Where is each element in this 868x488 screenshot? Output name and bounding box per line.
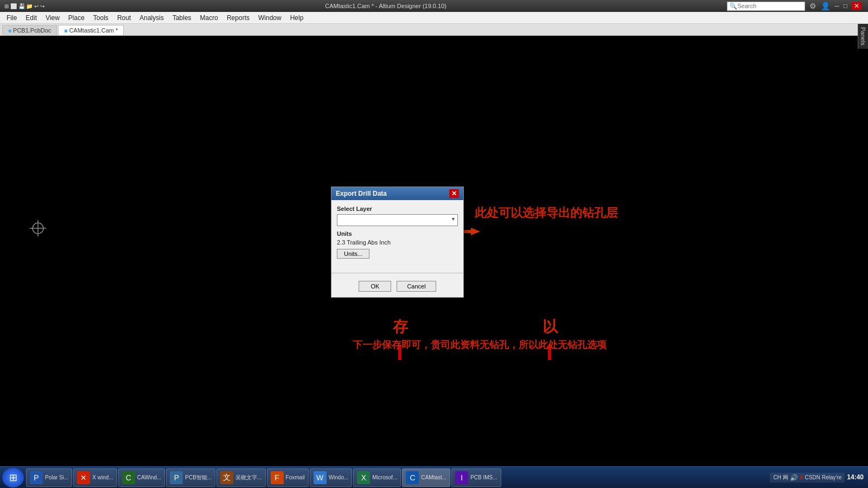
ms-icon: X — [357, 471, 370, 484]
tray-net: 网 — [783, 474, 788, 481]
x-icon: ✕ — [77, 471, 90, 484]
dialog-divider — [331, 273, 463, 273]
title-bar: ⊞ ⬜ 💾 📁 ↩ ↪ CAMtastic1.Cam * - Altium De… — [0, 0, 868, 12]
start-button[interactable]: ⊞ — [2, 468, 24, 487]
taskbar-item-ims[interactable]: I PCB IMS... — [451, 468, 501, 487]
search-icon: 🔍 — [730, 3, 737, 10]
cn-annotation-middle-right: 以 — [542, 317, 558, 337]
polar-icon: P — [30, 471, 43, 484]
crosshair-symbol — [30, 220, 46, 236]
user-icon[interactable]: 👤 — [821, 2, 830, 10]
window-title: CAMtastic1.Cam * - Altium Designer (19.0… — [44, 3, 727, 9]
cn-annotation-bottom: 下一步保存即可，贵司此资料无钻孔，所以此处无钻孔选项 — [353, 338, 607, 351]
dialog-title-bar[interactable]: Export Drill Data ✕ — [331, 187, 463, 200]
units-value: 2.3 Trailing Abs Inch — [337, 239, 458, 246]
maximize-button[interactable]: □ — [844, 2, 847, 10]
taskbar-item-camtast[interactable]: C CAMtast... — [402, 468, 450, 487]
canvas-area: 此处可以选择导出的钻孔层 存 以 下一步保存即可，贵司此资料无钻孔，所以此处无钻… — [0, 36, 868, 466]
wen-icon: 文 — [220, 471, 233, 484]
taskbar-item-polar[interactable]: P Polar Si... — [26, 468, 72, 487]
ok-button[interactable]: OK — [359, 281, 391, 292]
menu-help[interactable]: Help — [286, 13, 308, 23]
taskbar: ⊞ P Polar Si... ✕ X wind... C CAWind... … — [0, 466, 868, 488]
menu-tables[interactable]: Tables — [168, 13, 196, 23]
menu-tools[interactable]: Tools — [89, 13, 113, 23]
taskbar-item-cawind[interactable]: C CAWind... — [118, 468, 165, 487]
layer-select[interactable] — [337, 214, 458, 226]
taskbar-item-wen[interactable]: 文 吴晓文字... — [216, 468, 265, 487]
taskbar-right: CH 网 🔊 X CSDN Relay're 14:40 — [770, 473, 866, 483]
clock-time: 14:40 — [847, 473, 864, 482]
taskbar-item-foxmail[interactable]: F Foxmail — [267, 468, 309, 487]
win-icon: W — [314, 471, 327, 484]
cancel-button[interactable]: Cancel — [397, 281, 436, 292]
panels-label[interactable]: Panels — [858, 24, 868, 49]
menu-edit[interactable]: Edit — [21, 13, 41, 23]
menu-view[interactable]: View — [41, 13, 64, 23]
cam2-icon: C — [406, 471, 419, 484]
tray-ch: CH — [773, 474, 781, 480]
taskbar-item-ms[interactable]: X Microsof... — [353, 468, 401, 487]
select-layer-label: Select Layer — [337, 206, 458, 212]
minimize-button[interactable]: ─ — [834, 2, 839, 10]
layer-select-wrapper[interactable] — [337, 214, 458, 226]
cn-annotation-top: 此处可以选择导出的钻孔层 — [475, 205, 618, 221]
tab-bar: ■ PCB1.PcbDoc ■ CAMtastic1.Cam * — [0, 24, 868, 36]
search-box[interactable]: 🔍 — [727, 2, 805, 11]
export-drill-dialog: Export Drill Data ✕ Select Layer Units 2… — [331, 187, 464, 298]
menu-window[interactable]: Window — [254, 13, 286, 23]
tray-x: X — [800, 474, 803, 480]
tray-csdn: CSDN — [805, 474, 820, 480]
system-clock: 14:40 — [847, 473, 864, 482]
menu-macro[interactable]: Macro — [196, 13, 222, 23]
units-button[interactable]: Units... — [337, 249, 369, 259]
pcb2-icon: P — [170, 471, 183, 484]
dialog-title-text: Export Drill Data — [336, 190, 387, 197]
tab-camtastic-label: CAMtastic1.Cam * — [69, 27, 118, 34]
taskbar-item-xwind[interactable]: ✕ X wind... — [73, 468, 117, 487]
ims-icon: I — [455, 471, 468, 484]
system-tray: CH 网 🔊 X CSDN Relay're — [770, 473, 845, 483]
settings-icon[interactable]: ⚙ — [809, 2, 816, 10]
menu-file[interactable]: File — [2, 13, 21, 23]
menu-rout[interactable]: Rout — [113, 13, 135, 23]
ca-icon: C — [122, 471, 135, 484]
taskbar-item-window[interactable]: W Windo... — [310, 468, 353, 487]
close-button[interactable]: ✕ — [852, 2, 861, 10]
cn-annotation-middle-left: 存 — [393, 317, 408, 337]
menu-reports[interactable]: Reports — [222, 13, 254, 23]
dialog-close-button[interactable]: ✕ — [449, 189, 459, 198]
pcb-tab-icon: ■ — [8, 28, 11, 34]
menu-bar: File Edit View Place Tools Rout Analysis… — [0, 12, 868, 24]
units-label: Units — [337, 230, 458, 237]
menu-analysis[interactable]: Analysis — [135, 13, 168, 23]
tab-pcb1[interactable]: ■ PCB1.PcbDoc — [2, 25, 57, 35]
tab-camtastic[interactable]: ■ CAMtastic1.Cam * — [58, 25, 124, 35]
search-input[interactable] — [737, 3, 802, 9]
tab-pcb1-label: PCB1.PcbDoc — [13, 27, 51, 34]
taskbar-item-pcb2[interactable]: P PCB智能... — [166, 468, 215, 487]
cam-tab-icon: ■ — [64, 28, 67, 34]
fox-icon: F — [271, 471, 284, 484]
tray-sound: 🔊 — [790, 474, 798, 481]
dialog-footer: OK Cancel — [331, 278, 463, 297]
tray-relay: Relay're — [822, 474, 841, 480]
menu-place[interactable]: Place — [64, 13, 89, 23]
dialog-body: Select Layer Units 2.3 Trailing Abs Inch… — [331, 200, 463, 268]
